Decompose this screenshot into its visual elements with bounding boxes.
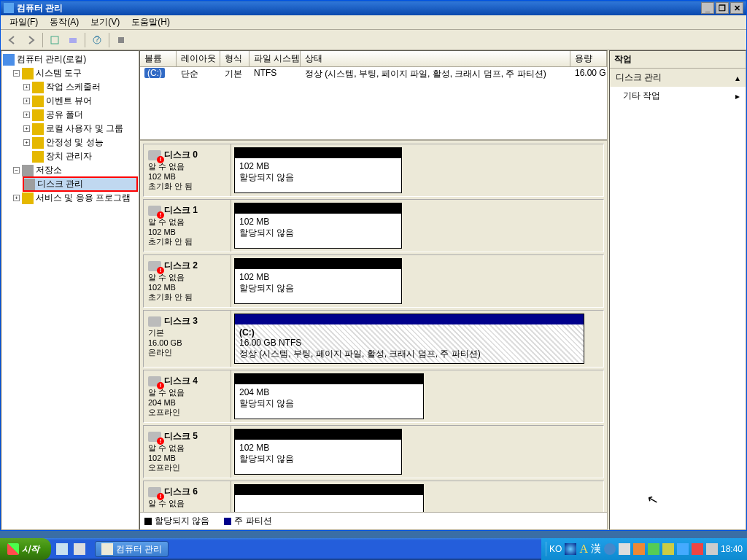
- tree-label: 안정성 및 성능: [46, 136, 104, 149]
- disk-row[interactable]: 디스크 4알 수 없음204 MB오프라인204 MB할당되지 않음: [143, 370, 604, 423]
- disk-row[interactable]: 디스크 2알 수 없음102 MB초기화 안 됨102 MB할당되지 않음: [143, 254, 604, 308]
- cell-type: 기본: [220, 67, 249, 81]
- action-button[interactable]: [64, 32, 82, 48]
- disk-icon: [148, 150, 161, 160]
- han-indicator[interactable]: 漢: [591, 542, 601, 556]
- expander[interactable]: +: [23, 84, 30, 90]
- start-button[interactable]: 시작: [0, 538, 51, 560]
- expander[interactable]: +: [23, 125, 30, 132]
- events-icon: [32, 96, 44, 107]
- clock[interactable]: 18:40: [721, 544, 743, 554]
- tray-volume-icon[interactable]: [706, 543, 718, 555]
- partition-block[interactable]: [234, 484, 424, 512]
- expander[interactable]: +: [13, 195, 20, 201]
- tray-network-icon[interactable]: [677, 543, 689, 555]
- taskbar-item-computer-mgmt[interactable]: 컴퓨터 관리: [95, 541, 169, 557]
- menu-help[interactable]: 도움말(H): [125, 15, 176, 30]
- volume-scroll[interactable]: (C:) 단순 기본 NTFS 정상 (시스템, 부팅, 페이지 파일, 활성,…: [140, 67, 607, 140]
- expander[interactable]: +: [23, 112, 30, 118]
- partition-block[interactable]: 102 MB할당되지 않음: [234, 147, 402, 193]
- app-window: 컴퓨터 관리 _ ❐ ✕ 파일(F) 동작(A) 보기(V) 도움말(H) ? …: [0, 0, 747, 531]
- titlebar[interactable]: 컴퓨터 관리 _ ❐ ✕: [1, 1, 746, 15]
- disk-graphic-pane[interactable]: 디스크 0알 수 없음102 MB초기화 안 됨102 MB할당되지 않음디스크…: [140, 141, 607, 512]
- disk-info[interactable]: 디스크 0알 수 없음102 MB초기화 안 됨: [144, 144, 231, 196]
- col-fs[interactable]: 파일 시스템: [249, 51, 301, 67]
- windows-icon: [7, 543, 19, 555]
- partition-block[interactable]: 102 MB할당되지 않음: [234, 429, 402, 475]
- ql-app[interactable]: [71, 541, 88, 557]
- disk-size: 204 MB: [148, 398, 226, 407]
- ql-show-desktop[interactable]: [54, 541, 70, 557]
- tree-device-manager[interactable]: 장치 관리자: [23, 149, 137, 163]
- tree-services[interactable]: + 서비스 및 응용 프로그램: [13, 191, 137, 205]
- expander[interactable]: +: [23, 139, 30, 146]
- close-button[interactable]: ✕: [730, 2, 743, 14]
- action-section-disk-mgmt[interactable]: 디스크 관리 ▴: [610, 69, 746, 87]
- col-layout[interactable]: 레이아웃: [177, 51, 220, 67]
- col-volume[interactable]: 볼륨: [140, 51, 177, 67]
- tray-pad-icon[interactable]: [619, 543, 630, 555]
- tree-disk-management[interactable]: 디스크 관리: [23, 177, 137, 191]
- expander[interactable]: −: [13, 70, 20, 77]
- forward-button[interactable]: [22, 32, 39, 48]
- disk-info[interactable]: 디스크 1알 수 없음102 MB초기화 안 됨: [144, 200, 231, 252]
- settings-button[interactable]: [112, 32, 130, 48]
- tree-storage[interactable]: − 저장소: [13, 163, 137, 177]
- col-type[interactable]: 형식: [220, 51, 249, 67]
- disk-title: 디스크 5: [164, 430, 198, 443]
- expander[interactable]: −: [13, 167, 20, 174]
- expander[interactable]: +: [23, 98, 30, 104]
- volume-row[interactable]: (C:) 단순 기본 NTFS 정상 (시스템, 부팅, 페이지 파일, 활성,…: [140, 67, 607, 81]
- disk-row[interactable]: 디스크 5알 수 없음102 MB오프라인102 MB할당되지 않음: [143, 425, 604, 478]
- partition-body: [235, 495, 423, 501]
- action-other[interactable]: 기타 작업 ▸: [610, 87, 746, 105]
- tree-system-tools[interactable]: − 시스템 도구: [13, 66, 137, 80]
- partition-block[interactable]: (C:)16.00 GB NTFS정상 (시스템, 부팅, 페이지 파일, 활성…: [234, 314, 584, 364]
- disk-row[interactable]: 디스크 3기본16.00 GB온라인(C:)16.00 GB NTFS정상 (시…: [143, 310, 604, 368]
- partition-block[interactable]: 204 MB할당되지 않음: [234, 373, 424, 419]
- tray-icon-3[interactable]: [662, 543, 674, 555]
- partition-block[interactable]: 102 MB할당되지 않음: [234, 258, 402, 304]
- col-status[interactable]: 상태: [301, 51, 570, 67]
- tree-local-users[interactable]: +로컬 사용자 및 그룹: [23, 122, 137, 136]
- col-capacity[interactable]: 용량: [570, 51, 607, 67]
- lang-indicator[interactable]: KO: [549, 544, 562, 554]
- legend-unallocated: 할당되지 않음: [144, 515, 209, 527]
- menu-file[interactable]: 파일(F): [4, 15, 44, 30]
- tray-icon-1[interactable]: [633, 543, 645, 555]
- window-title: 컴퓨터 관리: [17, 2, 63, 15]
- disk-info[interactable]: 디스크 6알 수 없음: [144, 481, 231, 512]
- disk-info[interactable]: 디스크 5알 수 없음102 MB오프라인: [144, 426, 231, 478]
- tray-shield-icon[interactable]: [692, 543, 703, 555]
- disk-info[interactable]: 디스크 3기본16.00 GB온라인: [144, 311, 231, 367]
- ime-indicator[interactable]: A: [579, 542, 588, 556]
- back-button[interactable]: [4, 32, 21, 48]
- help-button[interactable]: ?: [88, 32, 106, 48]
- minimize-button[interactable]: _: [701, 2, 714, 14]
- disk-info[interactable]: 디스크 2알 수 없음102 MB초기화 안 됨: [144, 255, 231, 307]
- tray-help-icon[interactable]: [604, 543, 616, 555]
- disk-title: 디스크 6: [164, 486, 198, 498]
- tree-pane[interactable]: 컴퓨터 관리(로컬) − 시스템 도구 +작업 스케줄러 +이벤트 뷰어 +공유…: [1, 50, 139, 530]
- tree-task-scheduler[interactable]: +작업 스케줄러: [23, 80, 137, 94]
- folder-icon: [32, 109, 44, 121]
- menu-view[interactable]: 보기(V): [85, 15, 125, 30]
- refresh-button[interactable]: [46, 32, 63, 48]
- disk-row[interactable]: 디스크 0알 수 없음102 MB초기화 안 됨102 MB할당되지 않음: [143, 144, 604, 197]
- drive-badge: (C:): [144, 68, 165, 78]
- tree-event-viewer[interactable]: +이벤트 뷰어: [23, 94, 137, 108]
- quick-launch: [51, 541, 90, 557]
- users-icon: [32, 123, 44, 135]
- disk-row[interactable]: 디스크 6알 수 없음: [143, 481, 604, 512]
- menu-action[interactable]: 동작(A): [44, 15, 85, 30]
- tray-icon-2[interactable]: [648, 543, 659, 555]
- disk-row[interactable]: 디스크 1알 수 없음102 MB초기화 안 됨102 MB할당되지 않음: [143, 199, 604, 252]
- tree-shared-folders[interactable]: +공유 폴더: [23, 108, 137, 122]
- disk-info[interactable]: 디스크 4알 수 없음204 MB오프라인: [144, 370, 231, 422]
- tray-globe-icon[interactable]: [565, 543, 576, 555]
- disk-icon: [148, 206, 161, 216]
- tree-performance[interactable]: +안정성 및 성능: [23, 136, 137, 149]
- tree-root[interactable]: 컴퓨터 관리(로컬): [3, 52, 137, 66]
- partition-block[interactable]: 102 MB할당되지 않음: [234, 203, 402, 249]
- maximize-button[interactable]: ❐: [716, 2, 729, 14]
